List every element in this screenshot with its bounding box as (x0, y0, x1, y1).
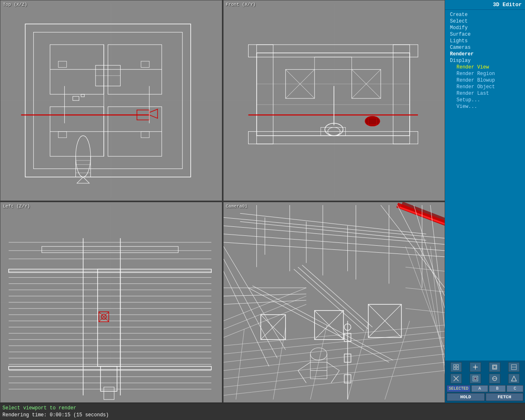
menu-item-view[interactable]: View... (448, 103, 522, 110)
status-bar: Select viewport to render Rendering time… (0, 403, 525, 420)
viewport-camera[interactable]: Camera01 (223, 202, 445, 403)
menu-item-display[interactable]: Display (448, 57, 522, 64)
svg-rect-184 (457, 368, 459, 370)
menu-item-renderer[interactable]: Renderer (448, 51, 522, 57)
viewport-left-label: Left (Z/Y) (3, 204, 30, 209)
panel-bottom: SELECTEDABC HOLDFETCH (445, 361, 525, 403)
action-btn-selected[interactable]: SELECTED (447, 385, 470, 392)
status-line-2: Rendering time: 0:00:15 (15 seconds) (2, 412, 523, 419)
viewport-front-svg (224, 0, 445, 201)
viewport-camera-label: Camera01 (226, 204, 248, 209)
icon-btn-4[interactable] (508, 362, 520, 372)
svg-marker-198 (511, 376, 516, 381)
action-row: SELECTEDABC (447, 385, 523, 392)
panel-menu: CreateSelectModifySurfaceLightsCamerasRe… (445, 10, 525, 361)
panel-title: 3D Editor (445, 0, 525, 10)
viewport-left-svg (0, 202, 222, 402)
icon-btn-1[interactable] (450, 362, 462, 372)
menu-item-select[interactable]: Select (448, 18, 522, 25)
viewport-top[interactable]: Top (X/Z) (0, 0, 222, 201)
icon-btn-8[interactable] (508, 374, 520, 383)
menu-item-surface[interactable]: Surface (448, 31, 522, 38)
viewport-front-label: Front (X/Y) (226, 2, 256, 7)
svg-rect-183 (454, 368, 456, 370)
menu-item-render-last[interactable]: Render Last (448, 90, 522, 97)
svg-rect-182 (457, 365, 459, 367)
main-area: Top (X/Z) (0, 0, 525, 403)
right-panel: 3D Editor CreateSelectModifySurfaceLight… (445, 0, 525, 403)
icon-btn-5[interactable] (450, 374, 462, 383)
hold-fetch-row: HOLDFETCH (447, 393, 523, 401)
menu-item-render-blowup[interactable]: Render Blowup (448, 77, 522, 84)
icon-btn-6[interactable] (470, 374, 481, 383)
menu-item-render-view[interactable]: Render View (448, 64, 522, 71)
viewport-top-label: Top (X/Z) (3, 2, 27, 7)
icon-btn-2[interactable] (470, 362, 481, 372)
menu-item-render-object[interactable]: Render Object (448, 84, 522, 90)
viewport-front[interactable]: Front (X/Y) (223, 0, 445, 201)
menu-item-modify[interactable]: Modify (448, 25, 522, 31)
viewport-camera-svg (224, 202, 445, 402)
svg-rect-181 (454, 365, 456, 367)
menu-item-setup[interactable]: Setup... (448, 97, 522, 103)
hf-btn-hold[interactable]: HOLD (447, 393, 485, 401)
icon-row-2 (447, 374, 523, 383)
action-btn-b[interactable]: B (489, 385, 506, 392)
icon-row (447, 362, 523, 372)
svg-point-187 (475, 366, 476, 368)
svg-rect-195 (474, 377, 477, 380)
viewport-left[interactable]: Left (Z/Y) (0, 202, 222, 403)
action-btn-a[interactable]: A (471, 385, 488, 392)
menu-item-render-region[interactable]: Render Region (448, 71, 522, 77)
viewports-grid: Top (X/Z) (0, 0, 445, 403)
status-line-1: Select viewport to render (2, 405, 523, 412)
icon-btn-3[interactable] (489, 362, 500, 372)
menu-item-lights[interactable]: Lights (448, 38, 522, 44)
hf-btn-fetch[interactable]: FETCH (486, 393, 524, 401)
action-btn-c[interactable]: C (507, 385, 523, 392)
menu-item-cameras[interactable]: Cameras (448, 44, 522, 51)
icon-btn-7[interactable] (489, 374, 500, 383)
svg-rect-189 (493, 366, 496, 368)
viewport-top-svg (0, 0, 222, 201)
menu-item-create[interactable]: Create (448, 11, 522, 18)
